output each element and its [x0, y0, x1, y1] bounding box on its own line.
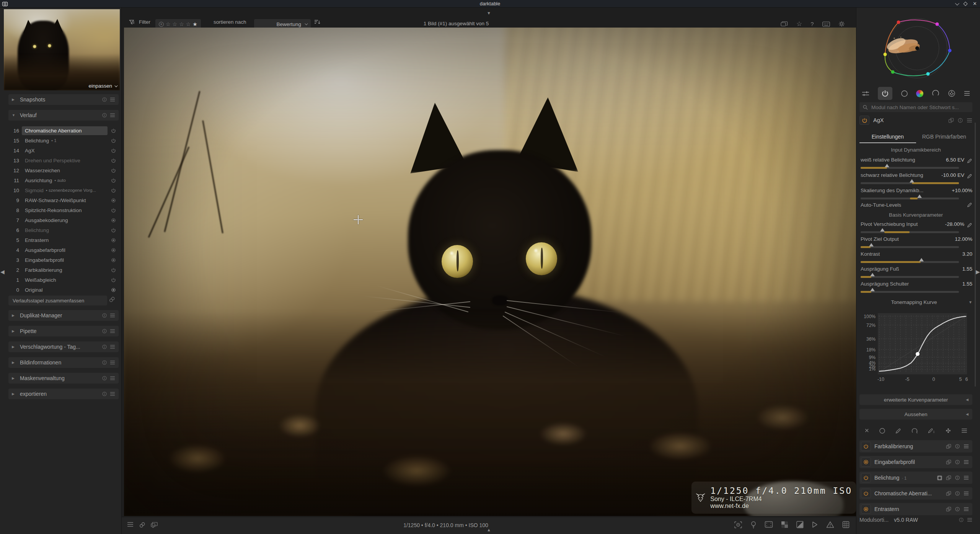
history-item[interactable]: 11Ausrichtung• auto [0, 175, 122, 185]
close-icon[interactable]: ✕ [973, 1, 977, 6]
sidebar-section-4[interactable]: ▶Maskenverwaltung [8, 373, 119, 384]
curve-section-header[interactable]: Tonemapping Kurve ▼ [859, 299, 972, 305]
slider-value[interactable]: -10.00 EV [941, 172, 964, 178]
module-row-farbkalibrierung[interactable]: Farbkalibrierung [859, 440, 972, 452]
module-row-eingabefarbprofil[interactable]: Eingabefarbprofil [859, 456, 972, 468]
module-power-icon[interactable] [861, 489, 871, 498]
slider-value[interactable]: 3.20 [962, 251, 972, 257]
color-picker-icon[interactable] [967, 222, 972, 228]
history-item[interactable]: 5Entrastern [0, 235, 122, 245]
play-slideshow-icon[interactable] [812, 521, 818, 528]
power-icon[interactable] [108, 278, 119, 283]
main-image[interactable]: 1/1250 f/4.0 210mm ISO Sony - ILCE-7RM4 … [124, 28, 856, 516]
always-on-icon[interactable] [108, 198, 119, 203]
look-section[interactable]: Aussehen ◀ [859, 409, 972, 420]
module-search-input[interactable]: Modul nach Namen oder Stichwort s... [859, 102, 972, 112]
history-item[interactable]: 12Wasserzeichen [0, 165, 122, 175]
tonemapping-curve[interactable]: 100% 72% 36% 18% 9% 4% 2% 1% -10 -5 0 5 … [859, 309, 974, 385]
multi-instance-icon[interactable] [946, 475, 951, 480]
always-on-icon[interactable] [108, 248, 119, 253]
reset-icon[interactable] [102, 344, 107, 349]
history-item[interactable]: 14AgX [0, 145, 122, 155]
star-icon[interactable]: ☆ [173, 21, 178, 27]
sort-direction-icon[interactable] [314, 19, 321, 25]
slider-value[interactable]: 1.55 [962, 281, 972, 287]
sidebar-section-3[interactable]: ▶Bildinformationen [8, 357, 119, 368]
presets-menu-icon[interactable] [964, 460, 969, 464]
sidebar-section-0[interactable]: ▶Duplikat-Manager [8, 310, 119, 321]
reset-icon[interactable] [955, 491, 960, 496]
slider-value[interactable]: +10.00% [952, 188, 972, 193]
softproof-lamp-icon[interactable] [750, 521, 757, 529]
multi-instance-icon[interactable] [946, 459, 951, 465]
reset-icon[interactable] [102, 97, 107, 102]
guides-overlay-icon[interactable] [842, 521, 850, 528]
blend-drawn-icon[interactable] [895, 428, 902, 434]
auto-tune-row[interactable]: Auto-Tune-Levels [861, 202, 972, 208]
history-item[interactable]: 2Farbkalibrierung [0, 265, 122, 275]
slider-value[interactable]: 1.55 [962, 266, 972, 272]
blend-raster-icon[interactable] [945, 427, 952, 434]
blend-drawn-parametric-icon[interactable] [928, 428, 935, 434]
maximize-icon[interactable] [963, 2, 967, 6]
reset-icon[interactable] [955, 459, 960, 465]
sidebar-section-1[interactable]: ▶Pipette [8, 326, 119, 336]
slider-track[interactable] [861, 182, 959, 184]
slider-track[interactable] [861, 246, 959, 248]
grouping-icon[interactable] [781, 21, 788, 27]
slider-track[interactable] [861, 276, 959, 278]
gamut-check-icon[interactable] [826, 521, 834, 528]
blend-uniform-icon[interactable] [879, 428, 885, 434]
presets-menu-icon[interactable] [967, 518, 972, 522]
multi-instance-icon[interactable] [946, 506, 951, 512]
history-item[interactable]: 9RAW-Schwarz-/Weißpunkt [0, 195, 122, 205]
bottom-panel-expander[interactable]: ▲ [487, 527, 491, 532]
history-item[interactable]: 15Belichtung• 1 [0, 136, 122, 145]
presets-menu-icon[interactable] [964, 475, 969, 480]
slider-value[interactable]: 12.00% [955, 236, 972, 242]
blend-menu-icon[interactable] [961, 428, 967, 433]
presets-menu-icon[interactable] [964, 91, 970, 96]
right-panel-collapse-arrow[interactable]: ▶ [976, 269, 980, 275]
effect-group-icon[interactable] [948, 90, 956, 97]
history-item[interactable]: 3Eingabefarbprofil [0, 255, 122, 265]
presets-menu-icon[interactable] [110, 392, 115, 396]
focus-peaking-icon[interactable] [734, 521, 742, 529]
blend-parametric-icon[interactable] [911, 428, 918, 434]
vectorscope[interactable] [858, 8, 977, 83]
color-picker-icon[interactable] [967, 202, 972, 208]
star-icon[interactable]: ☆ [186, 21, 191, 27]
slider-track[interactable] [861, 291, 959, 293]
favorite-star-icon[interactable]: ☆ [796, 20, 802, 28]
power-icon[interactable] [108, 128, 119, 133]
top-panel-expander[interactable]: ▼ [487, 11, 491, 15]
multi-instance-icon[interactable] [946, 444, 951, 449]
star-icon[interactable]: ☆ [179, 21, 184, 27]
power-icon[interactable] [108, 268, 119, 273]
slider-track[interactable] [861, 167, 959, 169]
history-item[interactable]: 16Chromatische Aberration [0, 126, 122, 136]
star-icon[interactable]: ★ [192, 21, 197, 27]
color-picker-icon[interactable] [967, 158, 972, 164]
module-power-icon[interactable] [861, 473, 871, 482]
always-on-icon[interactable] [108, 258, 119, 263]
presets-menu-icon[interactable] [110, 376, 115, 380]
left-panel-collapse-arrow[interactable]: ◀ [0, 269, 5, 275]
second-window-icon[interactable] [151, 522, 158, 528]
history-item[interactable]: 8Spitzlicht-Rekonstruktion [0, 205, 122, 215]
multi-instance-icon[interactable] [946, 491, 951, 496]
always-on-icon[interactable] [108, 287, 119, 292]
module-row-belichtung[interactable]: Belichtung· 1 [859, 472, 972, 484]
sidebar-section-snapshots[interactable]: ▶ Snapshots [8, 94, 119, 105]
color-group-icon[interactable] [916, 90, 923, 97]
base-group-icon[interactable] [901, 90, 908, 97]
guides-menu-icon[interactable] [127, 522, 134, 527]
color-picker-icon[interactable] [967, 173, 972, 179]
preferences-gear-icon[interactable] [838, 21, 845, 27]
correct-group-icon[interactable] [932, 90, 939, 97]
sidebar-section-5[interactable]: ▶exportieren [8, 389, 119, 399]
zoom-mode-dropdown[interactable]: einpassen [88, 83, 117, 89]
agx-module-header[interactable]: AgX [859, 115, 972, 125]
power-icon[interactable] [108, 168, 119, 173]
power-icon[interactable] [108, 228, 119, 233]
